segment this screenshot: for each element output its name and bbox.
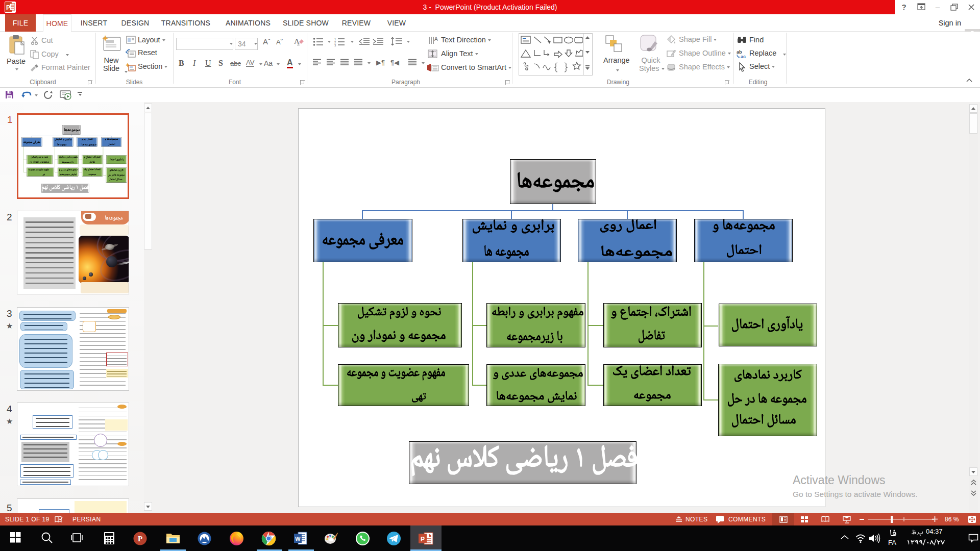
svg-text:ac: ac [741,54,746,59]
svg-text:3: 3 [334,44,336,46]
svg-text:A: A [434,36,438,42]
svg-text:P: P [421,536,425,543]
svg-text:P: P [138,535,142,543]
svg-text:W: W [295,536,301,542]
